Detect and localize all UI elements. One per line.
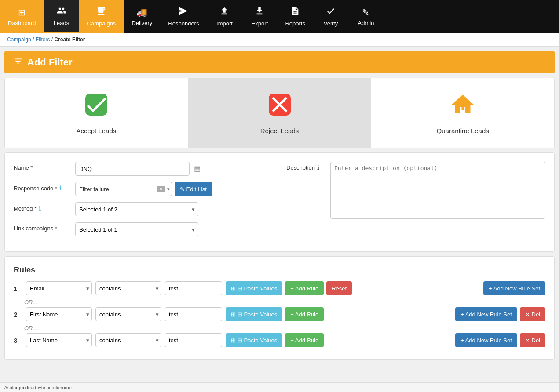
- response-code-clear[interactable]: ✕: [157, 186, 165, 192]
- breadcrumb-campaign[interactable]: Campaign: [7, 36, 31, 43]
- nav-reports[interactable]: Reports: [277, 0, 313, 33]
- breadcrumb-filters[interactable]: Filters: [36, 36, 50, 43]
- rule-3-add-rule-set-button[interactable]: + Add New Rule Set: [455, 333, 517, 347]
- reject-label: Reject Leads: [260, 127, 299, 134]
- rule-1-add-rule-button[interactable]: + Add Rule: [285, 281, 324, 295]
- rule-number-1: 1: [14, 285, 22, 292]
- page-header: Add Filter: [4, 51, 555, 73]
- description-info-icon[interactable]: ℹ: [317, 164, 319, 171]
- admin-icon: ✎: [362, 7, 369, 18]
- rule-3-field-select[interactable]: Last Name Email First Name: [26, 333, 92, 347]
- nav-export[interactable]: Export: [242, 0, 277, 33]
- breadcrumb: Campaign / Filters / Create Filter: [0, 33, 559, 47]
- description-row: Description ℹ: [286, 162, 545, 219]
- form-section: Name * ▤ Response code * ℹ Filter failur…: [4, 152, 555, 252]
- nav-export-label: Export: [252, 20, 268, 27]
- rule-row-1: 1 Email First Name Last Name ▾ contains …: [14, 281, 545, 295]
- paste-icon-3: ⊞: [231, 337, 236, 344]
- campaigns-icon: [96, 6, 106, 18]
- export-icon: [255, 6, 264, 18]
- rule-2-condition-wrap: contains equals ▾: [95, 307, 161, 321]
- edit-list-button[interactable]: ✎ Edit List: [175, 182, 212, 196]
- name-label: Name *: [14, 162, 71, 171]
- dashboard-icon: ⊞: [18, 7, 26, 18]
- nav-leads[interactable]: Leads: [44, 0, 79, 33]
- rule-2-actions: ⊞ ⊞ Paste Values + Add Rule: [226, 307, 324, 321]
- response-code-wrap: Filter failure ✕ ▾ ✎ Edit List: [75, 182, 212, 196]
- rule-1-add-rule-set-button[interactable]: + Add New Rule Set: [483, 281, 545, 295]
- verify-icon: [326, 6, 336, 18]
- name-input[interactable]: [75, 162, 190, 176]
- rule-2-add-rule-set-button[interactable]: + Add New Rule Set: [455, 307, 517, 321]
- rule-1-paste-values-button[interactable]: ⊞ ⊞ Paste Values: [226, 281, 282, 295]
- rule-2-condition-select[interactable]: contains equals: [95, 307, 161, 321]
- nav-reports-label: Reports: [285, 20, 305, 27]
- rule-2-del-button[interactable]: ✕ Del: [520, 307, 545, 321]
- filter-card-quarantine[interactable]: Quarantine Leads: [371, 78, 554, 148]
- rule-3-actions: ⊞ ⊞ Paste Values + Add Rule: [226, 333, 324, 347]
- response-code-info-icon[interactable]: ℹ: [59, 185, 62, 192]
- response-code-row: Response code * ℹ Filter failure ✕ ▾ ✎ E…: [14, 182, 278, 196]
- rule-3-del-button[interactable]: ✕ Del: [520, 333, 545, 347]
- nav-delivery-label: Delivery: [132, 20, 152, 26]
- method-select[interactable]: Selected 1 of 2: [75, 202, 198, 216]
- top-navigation: ⊞ Dashboard Leads Campaigns 🚚 Delivery R…: [0, 0, 559, 33]
- breadcrumb-current: Create Filter: [54, 36, 85, 43]
- nav-leads-label: Leads: [54, 20, 69, 26]
- or-label-1: OR...: [24, 299, 545, 305]
- paste-icon-2: ⊞: [231, 311, 236, 318]
- rule-3-condition-select[interactable]: contains equals: [95, 333, 161, 347]
- quarantine-icon: [449, 91, 476, 123]
- nav-campaigns-label: Campaigns: [87, 20, 116, 27]
- nav-admin-label: Admin: [358, 20, 374, 26]
- svg-rect-0: [85, 94, 107, 116]
- nav-admin[interactable]: ✎ Admin: [348, 0, 384, 33]
- leads-icon: [57, 6, 66, 18]
- nav-responders[interactable]: Responders: [160, 0, 207, 33]
- rules-title: Rules: [14, 265, 545, 275]
- link-campaigns-label: Link campaigns *: [14, 222, 71, 232]
- link-campaigns-select[interactable]: Selected 1 of 1: [75, 222, 198, 236]
- rules-section: Rules 1 Email First Name Last Name ▾ con…: [4, 256, 555, 360]
- rule-3-add-rule-button[interactable]: + Add Rule: [285, 333, 324, 347]
- description-textarea[interactable]: [330, 162, 545, 219]
- rule-row-2: 2 First Name Email Last Name ▾ contains …: [14, 307, 545, 321]
- rule-2-value-input[interactable]: [165, 307, 222, 321]
- nav-campaigns[interactable]: Campaigns: [79, 0, 124, 33]
- nav-verify-label: Verify: [324, 20, 338, 27]
- response-code-dropdown-arrow[interactable]: ▾: [165, 186, 170, 192]
- rule-row-3: 3 Last Name Email First Name ▾ contains …: [14, 333, 545, 347]
- rule-3-paste-values-button[interactable]: ⊞ ⊞ Paste Values: [226, 333, 282, 347]
- rule-2-right: + Add New Rule Set ✕ Del: [455, 307, 545, 321]
- rule-3-condition-wrap: contains equals ▾: [95, 333, 161, 347]
- nav-verify[interactable]: Verify: [313, 0, 348, 33]
- description-label: Description ℹ: [286, 162, 326, 171]
- accept-icon: [83, 91, 110, 123]
- responders-icon: [179, 6, 188, 18]
- name-row: Name * ▤: [14, 162, 278, 176]
- rule-2-field-wrap: First Name Email Last Name ▾: [26, 307, 92, 321]
- nav-responders-label: Responders: [168, 20, 199, 27]
- reports-icon: [290, 6, 300, 18]
- paste-icon-1: ⊞: [231, 285, 236, 292]
- rule-1-reset-button[interactable]: Reset: [326, 281, 352, 295]
- nav-import-label: Import: [216, 20, 233, 27]
- nav-dashboard[interactable]: ⊞ Dashboard: [0, 0, 44, 33]
- rule-2-field-select[interactable]: First Name Email Last Name: [26, 307, 92, 321]
- nav-import[interactable]: Import: [207, 0, 242, 33]
- method-label: Method * ℹ: [14, 202, 71, 212]
- response-code-label: Response code * ℹ: [14, 182, 71, 192]
- rule-1-value-input[interactable]: [165, 281, 222, 295]
- nav-delivery[interactable]: 🚚 Delivery: [124, 0, 160, 33]
- rule-1-field-select[interactable]: Email First Name Last Name: [26, 281, 92, 295]
- filter-card-reject[interactable]: Reject Leads: [188, 78, 372, 148]
- rule-3-value-input[interactable]: [165, 333, 222, 347]
- method-info-icon[interactable]: ℹ: [39, 205, 41, 212]
- rule-number-2: 2: [14, 311, 22, 318]
- rule-2-paste-values-button[interactable]: ⊞ ⊞ Paste Values: [226, 307, 282, 321]
- link-campaigns-select-wrap: Selected 1 of 1 ▾: [75, 222, 198, 236]
- filter-card-accept[interactable]: Accept Leads: [5, 78, 188, 148]
- rule-2-add-rule-button[interactable]: + Add Rule: [285, 307, 324, 321]
- rule-1-condition-select[interactable]: contains equals: [95, 281, 161, 295]
- filter-failure-text: Filter failure: [77, 185, 157, 193]
